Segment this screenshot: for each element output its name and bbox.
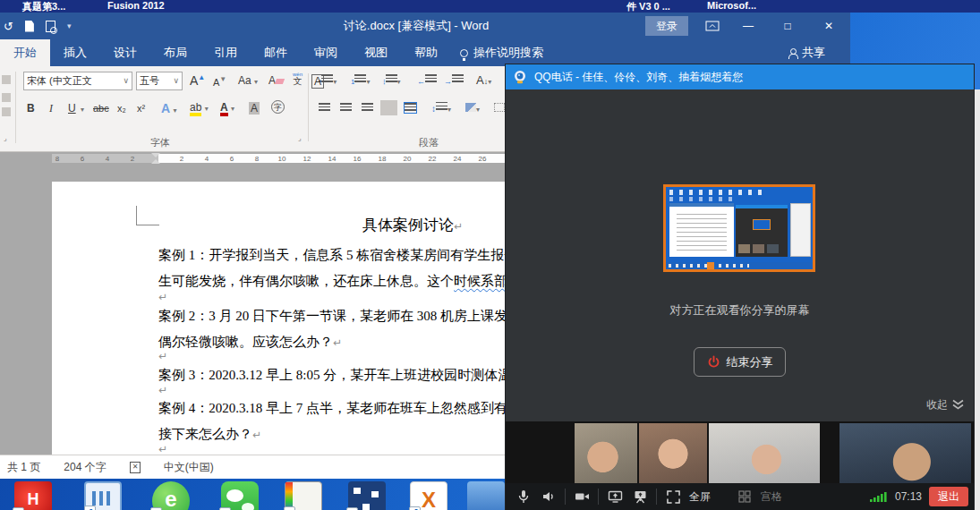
print-preview-icon[interactable] bbox=[46, 21, 55, 32]
underline-button[interactable]: U bbox=[68, 102, 76, 115]
exit-call-button[interactable]: 退出 bbox=[929, 487, 968, 506]
word-count[interactable]: 204 个字 bbox=[64, 460, 106, 475]
end-share-button[interactable]: 结束分享 bbox=[694, 347, 786, 377]
background-window-title[interactable]: Microsof... bbox=[707, 0, 756, 11]
tab-layout[interactable]: 布局 bbox=[150, 39, 200, 66]
fullscreen-label[interactable]: 全屏 bbox=[689, 489, 711, 505]
desktop-icon-presentation[interactable]: ↗ bbox=[84, 481, 122, 510]
microphone-button[interactable] bbox=[511, 483, 536, 510]
background-window-title[interactable]: 真题第3... bbox=[22, 0, 65, 13]
phonetic-guide-button[interactable]: wén文 bbox=[293, 72, 303, 86]
desktop-icon-x-app[interactable]: X↗ bbox=[410, 481, 447, 510]
mini-call-window bbox=[736, 205, 788, 257]
ribbon-display-options-icon[interactable] bbox=[705, 19, 720, 37]
qq-title-bar[interactable]: QQ电话 - 佳佳、伶伶、刘奇、抽着烟想着您 bbox=[506, 64, 974, 89]
speaker-button[interactable] bbox=[536, 483, 561, 510]
numbering-button[interactable]: 1▾ bbox=[351, 74, 370, 87]
clear-formatting-button[interactable]: A bbox=[268, 74, 284, 87]
close-button[interactable]: ✕ bbox=[813, 13, 845, 39]
login-button[interactable]: 登录 bbox=[645, 16, 688, 36]
justify-button[interactable] bbox=[383, 103, 395, 115]
shrink-font-button[interactable]: A▼ bbox=[213, 75, 226, 88]
minimize-button[interactable]: — bbox=[732, 13, 764, 39]
sort-button[interactable]: A↓▾ bbox=[476, 73, 491, 87]
background-window-title[interactable]: 件 V3 0 ... bbox=[626, 0, 670, 13]
background-window-title[interactable]: Fusion 2012 bbox=[107, 0, 165, 11]
doc-line: 案例 1：开学报到当天，信息系 5 栋宿舍楼某房间有学生报告宿 bbox=[158, 247, 531, 264]
maximize-button[interactable]: □ bbox=[771, 13, 804, 39]
bold-button[interactable]: B bbox=[27, 102, 35, 115]
camera-button[interactable] bbox=[569, 483, 594, 510]
tab-insert[interactable]: 插入 bbox=[50, 39, 100, 66]
screen-share-button[interactable] bbox=[602, 483, 627, 510]
font-dialog-launcher[interactable]: ⌟ bbox=[298, 134, 307, 143]
italic-button[interactable]: I bbox=[49, 102, 53, 115]
change-case-button[interactable]: Aa ▾ bbox=[238, 74, 258, 87]
shading-button[interactable]: ▾ bbox=[465, 102, 480, 115]
tab-design[interactable]: 设计 bbox=[100, 39, 150, 66]
collapse-videos-button[interactable]: 收起 bbox=[926, 397, 965, 412]
whiteboard-share-button[interactable] bbox=[627, 483, 652, 510]
desktop-icon-notebook[interactable]: ↗ bbox=[285, 481, 322, 510]
font-size-select[interactable]: ∨五号 bbox=[136, 72, 183, 90]
text-effects-button[interactable]: A ▾ bbox=[161, 101, 177, 115]
superscript-button[interactable]: x² bbox=[137, 103, 145, 114]
decrease-indent-button[interactable]: ← bbox=[417, 74, 437, 87]
align-center-button[interactable] bbox=[340, 103, 352, 115]
grid-view-icon[interactable] bbox=[732, 483, 757, 510]
proofing-errors-icon[interactable] bbox=[130, 462, 141, 473]
page-count[interactable]: 共 1 页 bbox=[7, 460, 40, 475]
tab-references[interactable]: 引用 bbox=[200, 39, 251, 66]
fullscreen-icon[interactable] bbox=[660, 483, 686, 510]
chart-icon bbox=[92, 491, 114, 506]
desktop-icon-blue-app[interactable] bbox=[467, 481, 505, 510]
tab-mailings[interactable]: 邮件 bbox=[251, 39, 301, 66]
format-painter-icon-partial[interactable] bbox=[2, 107, 11, 116]
qat-customize-chevron-icon[interactable]: ▾ bbox=[67, 21, 72, 30]
tab-help[interactable]: 帮助 bbox=[401, 39, 451, 66]
undo-icon[interactable]: ↺ bbox=[4, 20, 13, 33]
highlight-color-button[interactable]: ab ▾ bbox=[190, 101, 209, 116]
copy-icon-partial[interactable] bbox=[2, 93, 11, 102]
clipboard-dialog-launcher[interactable]: ⌟ bbox=[4, 134, 13, 143]
bullets-button[interactable]: •▾ bbox=[319, 74, 337, 87]
tab-home[interactable]: 开始 bbox=[0, 39, 50, 66]
character-shading-button[interactable]: A bbox=[249, 102, 260, 115]
align-right-button[interactable] bbox=[362, 103, 373, 115]
tab-review[interactable]: 审阅 bbox=[301, 39, 351, 66]
strikethrough-button[interactable]: abc bbox=[93, 103, 109, 114]
distribute-button[interactable] bbox=[405, 103, 416, 115]
multilevel-list-button[interactable]: ⁝▾ bbox=[383, 74, 401, 87]
font-color-button[interactable]: A ▾ bbox=[220, 101, 234, 116]
hidden-window-edge bbox=[974, 89, 980, 510]
grow-font-button[interactable]: A▲ bbox=[190, 73, 205, 88]
lightbulb-icon bbox=[460, 49, 468, 57]
desktop-icon-media-player-red[interactable]: H↗ bbox=[14, 481, 52, 510]
paste-icon-partial[interactable] bbox=[2, 75, 11, 84]
indent-markers[interactable] bbox=[151, 153, 161, 164]
underline-dropdown[interactable]: ▾ bbox=[81, 106, 84, 114]
desktop-icon-browser[interactable]: e↗ bbox=[152, 481, 190, 510]
align-left-button[interactable] bbox=[319, 103, 330, 115]
chat-bubble-icon bbox=[242, 503, 254, 510]
new-document-icon[interactable] bbox=[25, 21, 34, 32]
enclose-characters-button[interactable]: 字 bbox=[271, 100, 285, 114]
font-name-select[interactable]: ∨宋体 (中文正文 bbox=[23, 72, 132, 90]
ruler-number: 12 bbox=[302, 155, 312, 163]
margin-corner-mark bbox=[136, 206, 159, 225]
desktop-icon-wechat[interactable]: ↗ bbox=[221, 481, 259, 510]
grid-view-label[interactable]: 宫格 bbox=[761, 489, 782, 505]
empty-paragraph-mark: ↵ bbox=[158, 291, 167, 303]
line-spacing-button[interactable]: ↕▾ bbox=[431, 102, 451, 115]
share-button[interactable]: 共享 bbox=[788, 39, 825, 66]
language-indicator[interactable]: 中文(中国) bbox=[164, 460, 214, 475]
ruler-number: 26 bbox=[477, 155, 488, 163]
tell-me-search[interactable]: 操作说明搜索 bbox=[451, 39, 552, 66]
increase-indent-button[interactable]: → bbox=[444, 74, 464, 87]
shortcut-arrow-icon: ↗ bbox=[84, 506, 96, 510]
tab-view[interactable]: 视图 bbox=[351, 39, 401, 66]
desktop-icon-flowchart[interactable]: ↗ bbox=[348, 481, 386, 510]
mini-taskbar bbox=[666, 262, 813, 269]
toolbar-divider bbox=[656, 489, 657, 505]
subscript-button[interactable]: x₂ bbox=[117, 103, 126, 114]
